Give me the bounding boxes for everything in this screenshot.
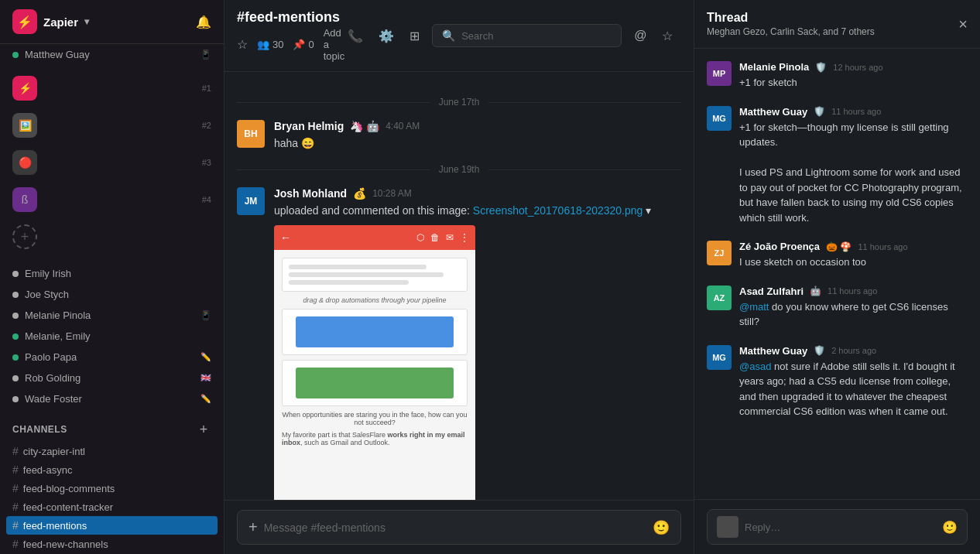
rob-status-dot	[12, 375, 19, 381]
thread-emoji-button[interactable]: 🙂	[942, 520, 958, 535]
channel-pins[interactable]: 📌 0	[293, 39, 314, 50]
workspace-header: ⚡ Zapier ▾ 🔔	[0, 0, 224, 44]
joe-status-dot	[12, 292, 19, 298]
thread-msg-header-2: Matthew Guay 🛡️ 11 hours ago	[739, 106, 968, 118]
thread-msg-header-5: Matthew Guay 🛡️ 2 hours ago	[739, 345, 968, 357]
channel-city-zapier-intl[interactable]: # city-zapier-intl	[0, 442, 224, 460]
star-icon[interactable]: ☆	[237, 37, 248, 52]
thread-badge-5: 🛡️	[814, 345, 825, 356]
dropdown-icon[interactable]: ▾	[646, 204, 651, 217]
thread-reply-avatar	[717, 516, 738, 538]
message-josh: JM Josh Mohland 💰 10:28 AM uploaded and …	[237, 187, 681, 500]
add-attachment-button[interactable]: +	[248, 518, 258, 536]
date-label-1: June 17th	[439, 97, 480, 108]
close-thread-button[interactable]: ×	[958, 15, 968, 33]
add-apps-icon: +	[12, 224, 37, 249]
channels-label: CHANNELS	[12, 424, 67, 435]
channel-feed-blog-comments[interactable]: # feed-blog-comments	[0, 479, 224, 498]
settings-icon[interactable]: ⚙️	[375, 26, 397, 46]
layout-icon[interactable]: ⊞	[406, 26, 423, 46]
channel-title-area: #feed-mentions ☆ 👥 30 📌 0 Add a topic	[237, 9, 344, 62]
channel-feed-mentions[interactable]: # feed-mentions	[6, 516, 218, 535]
wade-badge: ✏️	[200, 394, 211, 404]
thread-avatar-1: MP	[707, 61, 732, 86]
paolo-badge: ✏️	[200, 352, 211, 362]
channel-feed-content-tracker[interactable]: # feed-content-tracker	[0, 498, 224, 516]
dm-item-joe[interactable]: Joe Stych	[0, 284, 224, 305]
emoji-picker-button[interactable]: 🙂	[653, 519, 670, 536]
dm-item-melanie-p[interactable]: Melanie Pinola 📱	[0, 305, 224, 326]
channel-feed-async[interactable]: # feed-async	[0, 460, 224, 479]
thread-text-3: I use sketch on occasion too	[739, 255, 908, 270]
add-channel-button[interactable]: +	[196, 422, 211, 437]
thread-author-4: Asad Zulfahri	[739, 286, 804, 297]
add-apps-button[interactable]: +	[0, 220, 224, 254]
channel-hash-icon: #	[12, 482, 19, 494]
channel-name: feed-mentions	[23, 520, 87, 532]
thread-text-2: +1 for sketch—though my license is still…	[739, 120, 968, 226]
app-item-2[interactable]: 🖼️ #2	[0, 108, 224, 142]
channel-name-main: #feed-mentions	[237, 9, 340, 26]
current-user-item[interactable]: Matthew Guay 📱	[0, 44, 224, 65]
avatar-josh: JM	[237, 187, 265, 215]
thread-badge-2: 🛡️	[814, 106, 825, 117]
channel-hash-icon: #	[12, 538, 19, 550]
message-text-josh: uploaded and commented on this image: Sc…	[274, 203, 681, 219]
channel-feed-new-channels[interactable]: # feed-new-channels	[0, 535, 224, 553]
thread-reply-input[interactable]	[745, 522, 936, 533]
thread-msg-header-4: Asad Zulfahri 🤖 11 hours ago	[739, 286, 968, 297]
message-header-bryan: Bryan Helmig 🦄 🤖 4:40 AM	[274, 120, 681, 132]
dm-item-paolo[interactable]: Paolo Papa ✏️	[0, 347, 224, 368]
app-label-1: #1	[202, 84, 211, 93]
bookmark-icon[interactable]: ☆	[659, 26, 676, 46]
thread-subtitle: Meghan Gezo, Carlin Sack, and 7 others	[707, 26, 875, 37]
thread-message-4: AZ Asad Zulfahri 🤖 11 hours ago @matt do…	[707, 286, 968, 330]
melanie-emily-status-dot	[12, 333, 19, 340]
screenshot-link[interactable]: Screenshot_20170618-202320.png	[473, 204, 643, 217]
more-options-icon[interactable]: ⋮	[685, 26, 694, 46]
at-icon[interactable]: @	[631, 26, 649, 46]
channel-name: city-zapier-intl	[23, 446, 85, 457]
phone-icon[interactable]: 📞	[344, 26, 366, 46]
date-label-2: June 19th	[439, 164, 480, 175]
channel-members[interactable]: 👥 30	[257, 39, 283, 50]
author-emojis-josh: 💰	[353, 187, 366, 200]
image-attachment: ← ⬡ 🗑 ✉ ⋮ dr	[274, 225, 475, 500]
thread-badge-4: 🤖	[810, 286, 821, 296]
apps-section: ⚡ #1 🖼️ #2 🔴 #3 ß #4 +	[0, 65, 224, 260]
emily-status-dot	[12, 271, 19, 277]
search-box[interactable]: 🔍	[432, 24, 622, 47]
current-user-name: Matthew Guay	[25, 49, 194, 60]
paolo-name: Paolo Papa	[25, 351, 194, 363]
melanie-emily-name: Melanie, Emily	[25, 330, 211, 342]
rob-badge: 🇬🇧	[200, 373, 211, 383]
app-item-4[interactable]: ß #4	[0, 183, 224, 217]
melanie-p-name: Melanie Pinola	[25, 309, 194, 321]
app-item-3[interactable]: 🔴 #3	[0, 145, 224, 180]
thread-time-1: 12 hours ago	[833, 63, 882, 72]
message-author-josh: Josh Mohland	[274, 187, 347, 200]
dm-item-melanie-emily[interactable]: Melanie, Emily	[0, 326, 224, 347]
search-input[interactable]	[461, 30, 612, 42]
channel-hash-icon: #	[12, 501, 19, 513]
rob-name: Rob Golding	[25, 372, 194, 384]
dm-item-emily[interactable]: Emily Irish	[0, 263, 224, 284]
message-content-josh: Josh Mohland 💰 10:28 AM uploaded and com…	[274, 187, 681, 500]
main-content: #feed-mentions ☆ 👥 30 📌 0 Add a topic	[224, 0, 694, 554]
add-topic-button[interactable]: Add a topic	[324, 27, 344, 62]
message-header-josh: Josh Mohland 💰 10:28 AM	[274, 187, 681, 200]
channel-name: feed-blog-comments	[23, 483, 115, 494]
message-text-input[interactable]	[264, 522, 646, 534]
channel-hash-icon: #	[12, 463, 19, 476]
thread-badge-3: 🎃 🍄	[826, 241, 852, 252]
notification-bell-icon[interactable]: 🔔	[196, 15, 211, 29]
melanie-p-badge: 📱	[200, 310, 211, 320]
header-actions: 📞 ⚙️ ⊞ 🔍 @ ☆ ⋮	[344, 24, 694, 47]
dm-item-rob[interactable]: Rob Golding 🇬🇧	[0, 368, 224, 388]
dm-item-wade[interactable]: Wade Foster ✏️	[0, 388, 224, 409]
app-item-1[interactable]: ⚡ #1	[0, 71, 224, 105]
dm-section: Emily Irish Joe Stych Melanie Pinola 📱 M…	[0, 260, 224, 412]
thread-message-1: MP Melanie Pinola 🛡️ 12 hours ago +1 for…	[707, 61, 968, 91]
workspace-name[interactable]: ⚡ Zapier ▾	[12, 9, 89, 34]
thread-panel: Thread Meghan Gezo, Carlin Sack, and 7 o…	[694, 0, 980, 554]
